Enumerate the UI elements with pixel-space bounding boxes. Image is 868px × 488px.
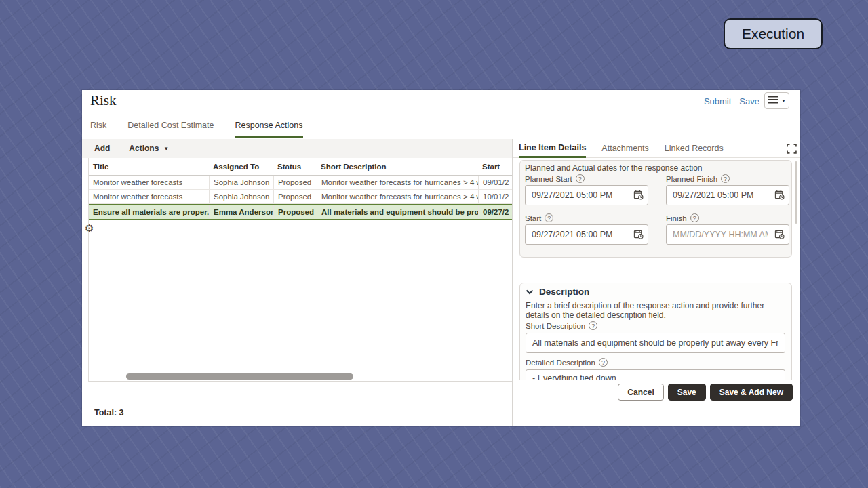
tab-detailed-cost-estimate[interactable]: Detailed Cost Estimate: [127, 121, 214, 138]
cell-status: Proposed: [273, 176, 317, 189]
panel-tabs: Line Item Details Attachments Linked Rec…: [513, 139, 800, 158]
description-section: Description Enter a brief description of…: [519, 283, 792, 380]
table-row[interactable]: Monitor weather forecasts Sophia Johnson…: [89, 190, 512, 204]
cell-start: 09/27/2: [478, 205, 512, 219]
stage-badge-label: Execution: [742, 26, 804, 42]
chevron-down-icon: [526, 287, 534, 297]
column-header-start[interactable]: Start: [478, 158, 512, 175]
short-description-input[interactable]: [526, 333, 785, 353]
cell-status: Proposed: [273, 190, 317, 203]
save-add-new-button[interactable]: Save & Add New: [710, 384, 793, 401]
detailed-description-label: Detailed Description ?: [526, 358, 608, 367]
help-icon[interactable]: ?: [599, 358, 608, 367]
cell-short-description: Monitor weather forecasts for hurricanes…: [317, 176, 478, 189]
table-total: Total: 3: [94, 408, 124, 418]
cell-assigned-to: Sophia Johnson: [209, 176, 273, 189]
hamburger-icon: [768, 96, 778, 106]
save-button-header[interactable]: Save: [739, 96, 760, 106]
response-actions-pane: Add Actions ▼ Title Assigned To Status S…: [82, 139, 512, 426]
actions-menu-button[interactable]: Actions ▼: [129, 144, 169, 153]
chevron-down-icon: ▼: [781, 98, 786, 103]
tab-risk[interactable]: Risk: [90, 121, 106, 138]
header-actions: Submit Save: [704, 96, 760, 106]
table-row[interactable]: Monitor weather forecasts Sophia Johnson…: [89, 176, 512, 190]
page-title: Risk: [90, 92, 117, 109]
help-icon[interactable]: ?: [545, 214, 553, 222]
planned-finish-label: Planned Finish ?: [666, 174, 730, 183]
description-section-header[interactable]: Description: [526, 287, 589, 297]
main-tabs: Risk Detailed Cost Estimate Response Act…: [90, 121, 303, 138]
finish-field: [666, 224, 789, 245]
cell-title: Monitor weather forecasts: [89, 176, 209, 189]
calendar-clock-icon[interactable]: [633, 229, 644, 241]
horizontal-scrollbar[interactable]: [126, 373, 353, 380]
start-label: Start ?: [525, 214, 553, 222]
column-header-title[interactable]: Title: [89, 158, 209, 175]
cell-start: 10/01/2: [478, 190, 512, 203]
finish-input[interactable]: [666, 224, 789, 245]
cell-title: Monitor weather forecasts: [89, 190, 209, 203]
short-description-label: Short Description ?: [526, 321, 597, 330]
cell-short-description: All materials and equipment should be pr…: [317, 205, 478, 219]
help-icon[interactable]: ?: [721, 174, 730, 183]
calendar-clock-icon[interactable]: [774, 190, 785, 202]
start-input[interactable]: [525, 224, 648, 245]
panel-footer: Cancel Save Save & Add New: [513, 384, 793, 401]
chevron-down-icon: ▼: [163, 146, 169, 152]
actions-menu-label: Actions: [129, 144, 159, 153]
description-section-title: Description: [539, 287, 589, 297]
column-header-short-description[interactable]: Short Description: [317, 158, 478, 175]
description-help-text: Enter a brief description of the respons…: [526, 301, 790, 320]
dates-section: Planned and Actual dates for the respons…: [519, 160, 792, 258]
vertical-scrollbar[interactable]: [795, 161, 797, 224]
help-icon[interactable]: ?: [576, 174, 585, 183]
table-header-row: Title Assigned To Status Short Descripti…: [89, 158, 512, 176]
start-field: [525, 224, 648, 245]
finish-label: Finish ?: [666, 214, 699, 222]
risk-window: Risk Submit Save ▼ Risk Detailed Cost Es…: [82, 90, 800, 426]
stage-badge: Execution: [724, 18, 823, 49]
planned-start-input[interactable]: [525, 185, 648, 205]
row-gear-icon[interactable]: ⚙: [85, 223, 94, 233]
tab-linked-records[interactable]: Linked Records: [665, 139, 724, 158]
panel-content: Planned and Actual dates for the respons…: [513, 158, 800, 380]
help-icon[interactable]: ?: [589, 321, 597, 330]
tab-line-item-details[interactable]: Line Item Details: [519, 139, 586, 158]
cancel-button[interactable]: Cancel: [618, 384, 663, 401]
detailed-description-textarea[interactable]: - Everything tied down - Equipment locke…: [526, 369, 785, 380]
tab-attachments[interactable]: Attachments: [601, 139, 648, 158]
cell-status: Proposed: [273, 205, 317, 219]
planned-start-field: [525, 185, 648, 205]
planned-finish-field: [666, 185, 789, 205]
slide-background: Execution Risk Submit Save ▼ Risk Detail…: [0, 0, 868, 488]
table-row-selected[interactable]: Ensure all materials are proper... Emma …: [89, 204, 512, 220]
column-header-status[interactable]: Status: [273, 158, 317, 175]
cell-start: 09/01/2: [478, 176, 512, 189]
submit-button[interactable]: Submit: [704, 96, 731, 106]
help-icon[interactable]: ?: [690, 214, 699, 222]
grid-toolbar: Add Actions ▼: [82, 139, 512, 158]
expand-icon[interactable]: [787, 144, 797, 155]
tab-response-actions[interactable]: Response Actions: [235, 121, 302, 138]
calendar-clock-icon[interactable]: [774, 229, 785, 241]
save-button[interactable]: Save: [668, 384, 706, 401]
response-actions-table: Title Assigned To Status Short Descripti…: [88, 158, 512, 382]
cell-assigned-to: Emma Anderson: [209, 205, 273, 219]
add-button[interactable]: Add: [94, 144, 110, 153]
planned-start-label: Planned Start ?: [525, 174, 585, 183]
cell-assigned-to: Sophia Johnson: [209, 190, 273, 203]
line-item-details-panel: Line Item Details Attachments Linked Rec…: [513, 139, 800, 426]
column-header-assigned-to[interactable]: Assigned To: [209, 158, 273, 175]
cell-short-description: Monitor weather forecasts for hurricanes…: [317, 190, 478, 203]
planned-finish-input[interactable]: [666, 185, 789, 205]
dates-caption: Planned and Actual dates for the respons…: [525, 163, 703, 173]
calendar-clock-icon[interactable]: [633, 190, 644, 202]
hamburger-menu-button[interactable]: ▼: [764, 92, 789, 109]
cell-title: Ensure all materials are proper...: [89, 205, 209, 219]
